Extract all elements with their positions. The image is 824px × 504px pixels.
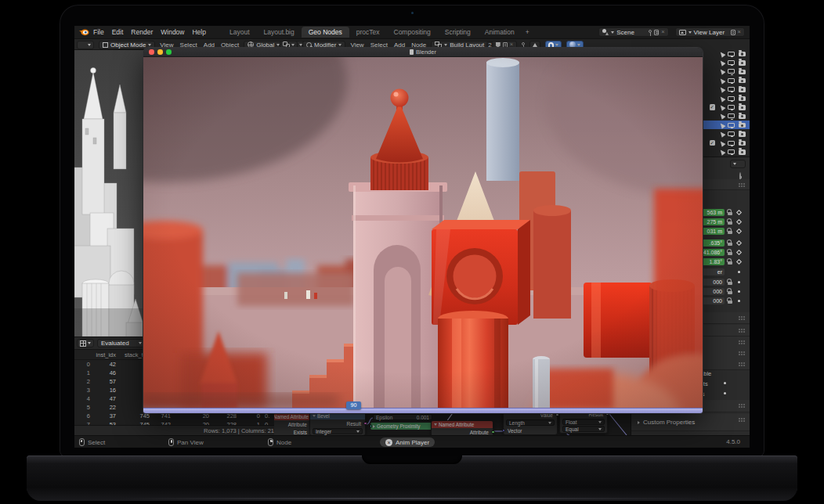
view-layer-name[interactable]: View Layer [694,29,728,36]
properties-options-button[interactable] [730,160,746,168]
monitor-hide-icon[interactable] [728,69,735,74]
node-geometry-proximity[interactable]: Epsilon 0.001 Geometry Proximity [370,413,435,430]
camera-render-icon[interactable] [739,78,746,84]
frame-indicator[interactable]: 90 [346,401,361,409]
node-named-attribute-2[interactable]: Named Attribute Attribute [431,420,493,435]
close-icon[interactable]: × [738,29,741,35]
lock-icon[interactable] [728,282,732,286]
blender-logo-icon[interactable] [79,28,89,36]
vector-socket[interactable] [502,429,506,433]
keyframe-diamond-icon[interactable] [736,229,742,234]
node-header[interactable]: Named Attribute [432,421,493,428]
tab-layout-big[interactable]: Layout.big [257,27,302,38]
monitor-hide-icon[interactable] [728,78,735,83]
column-header-inst-idx[interactable]: inst_idx [85,351,116,358]
camera-render-icon[interactable] [739,87,746,92]
dataset-dropdown[interactable]: Evaluated [97,339,146,347]
panel-grip-icon[interactable] [739,404,740,405]
lock-icon[interactable] [728,243,732,247]
menu-edit[interactable]: Edit [109,28,127,36]
tab-compositing[interactable]: Compositing [387,27,438,38]
monitor-hide-icon[interactable] [728,123,735,128]
panel-grip-icon[interactable] [739,316,740,318]
camera-render-icon[interactable] [739,131,746,137]
enum-dropdown[interactable]: Integer [313,428,363,434]
panel-grip-icon[interactable] [739,340,740,342]
monitor-hide-icon[interactable] [728,113,735,118]
enum-dropdown[interactable]: Equal [562,426,605,432]
tab-proctex[interactable]: procTex [349,27,387,38]
anim-player-button[interactable]: × Anim Player [380,437,435,447]
node-bevel[interactable]: Bevel Result Integer [309,412,366,435]
keyframe-dot-icon[interactable] [738,281,740,283]
cursor-select-icon[interactable] [717,93,726,103]
monitor-hide-icon[interactable] [728,96,735,101]
epsilon-field[interactable]: Epsilon 0.001 [373,414,432,420]
pin-icon[interactable] [649,30,652,33]
cursor-select-icon[interactable] [717,84,726,93]
keyframe-dot-icon[interactable] [724,382,726,384]
lock-icon[interactable] [728,252,732,256]
value-socket[interactable] [555,413,559,417]
checkbox[interactable]: ✓ [710,104,716,110]
add-workspace-button[interactable]: + [522,27,533,38]
monitor-hide-icon[interactable] [728,131,735,136]
geometry-socket[interactable] [370,424,372,428]
keyframe-dot-icon[interactable] [738,300,740,302]
lock-icon[interactable] [728,221,732,225]
keyframe-diamond-icon[interactable] [736,210,742,215]
cursor-select-icon[interactable] [717,111,726,121]
camera-render-icon[interactable] [739,105,746,110]
monitor-hide-icon[interactable] [728,52,735,56]
monitor-hide-icon[interactable] [728,105,735,110]
keyframe-dot-icon[interactable] [738,271,740,273]
menu-file[interactable]: File [90,28,107,36]
cursor-select-icon[interactable] [717,128,726,138]
cursor-select-icon[interactable] [717,57,726,67]
menu-window[interactable]: Window [157,28,187,36]
checkbox[interactable]: ✓ [710,140,716,146]
cursor-select-icon[interactable] [717,75,726,85]
panel-grip-icon[interactable] [739,351,740,353]
monitor-hide-icon[interactable] [728,60,735,65]
cursor-select-icon[interactable] [717,146,726,156]
camera-render-icon[interactable] [739,149,746,155]
stop-icon[interactable]: × [385,439,392,446]
node-named-attribute[interactable]: Named Attribute Attribute Exists [274,412,312,435]
camera-render-icon[interactable] [739,141,746,146]
node-header[interactable]: Bevel [310,412,365,419]
lock-icon[interactable] [728,212,732,216]
node-header[interactable]: Named Attribute [274,413,311,420]
view-layer-selector[interactable]: View Layer × [675,27,745,37]
camera-render-icon[interactable] [739,60,746,66]
cursor-select-icon[interactable] [717,120,726,129]
new-view-layer-icon[interactable] [731,30,735,35]
panel-grip-icon[interactable] [739,418,740,419]
camera-render-icon[interactable] [739,96,746,102]
collapse-arrow-icon[interactable] [373,425,375,428]
keyframe-diamond-icon[interactable] [736,240,742,246]
render-window[interactable]: Blender [143,48,703,413]
close-icon[interactable]: × [510,41,513,48]
lock-icon[interactable] [728,291,732,295]
table-row[interactable]: 6377457412022800. [74,412,277,421]
cursor-select-icon[interactable] [717,67,726,76]
camera-render-icon[interactable] [739,123,746,128]
close-icon[interactable]: × [661,29,664,35]
keyframe-diamond-icon[interactable] [736,259,742,265]
panel-grip-icon[interactable] [739,362,740,364]
tab-geo-nodes[interactable]: Geo Nodes [302,27,349,38]
monitor-hide-icon[interactable] [728,87,735,92]
node-header[interactable]: Geometry Proximity [370,423,435,430]
lock-icon[interactable] [728,301,732,304]
node-vector-math[interactable]: Value Length Vector [503,410,558,435]
attribute-socket[interactable] [491,430,495,434]
camera-render-icon[interactable] [739,70,746,75]
render-window-titlebar[interactable]: Blender [143,48,703,57]
fake-user-shield-icon[interactable] [496,42,501,48]
enum-dropdown[interactable]: Float [562,419,605,425]
menu-help[interactable]: Help [189,28,208,36]
cursor-select-icon[interactable] [717,102,726,111]
result-socket[interactable] [363,422,367,426]
panel-grip-icon[interactable] [739,329,740,330]
